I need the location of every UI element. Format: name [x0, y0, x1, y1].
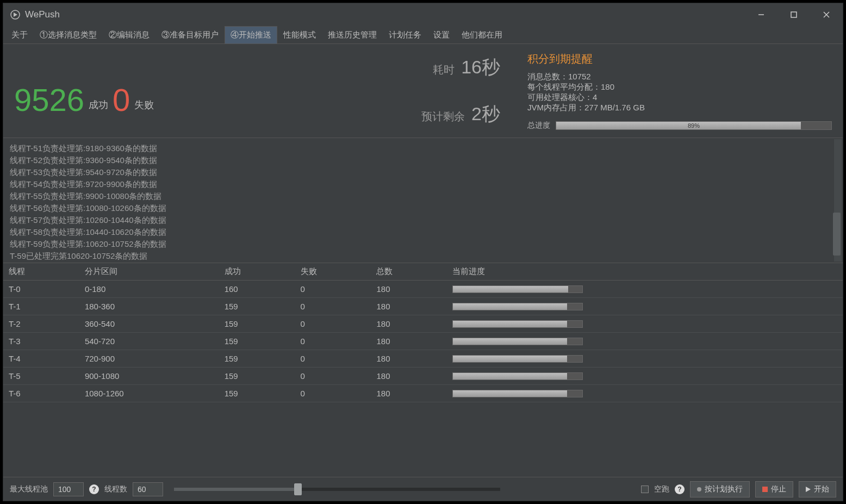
top-panel: 9526 成功 0 失败 耗时 16秒 预计剩余 2秒 积分到期提醒 消息总数：… — [3, 44, 843, 138]
cell-success: 159 — [219, 298, 295, 315]
threads-label: 线程数 — [104, 484, 127, 494]
cell-thread: T-1 — [3, 298, 79, 315]
tab-bar: 关于①选择消息类型②编辑消息③准备目标用户④开始推送性能模式推送历史管理计划任务… — [3, 26, 843, 44]
fail-count: 0 — [113, 84, 130, 116]
tab-1[interactable]: ①选择消息类型 — [34, 26, 103, 43]
log-line: 线程T-58负责处理第:10440-10620条的数据 — [10, 226, 836, 238]
log-line: 线程T-56负责处理第:10080-10260条的数据 — [10, 202, 836, 214]
col-header-3[interactable]: 失败 — [295, 263, 371, 281]
thread-table-container[interactable]: 线程分片区间成功失败总数当前进度 T-00-1801600180T-1180-3… — [3, 263, 843, 477]
table-row[interactable]: T-4720-9001590180 — [3, 350, 843, 368]
slider-thumb[interactable] — [294, 483, 302, 495]
tab-4[interactable]: ④开始推送 — [225, 26, 277, 43]
svg-rect-3 — [791, 12, 797, 17]
log-panel[interactable]: 线程T-51负责处理第:9180-9360条的数据线程T-52负责处理第:936… — [3, 138, 843, 263]
tab-5[interactable]: 性能模式 — [277, 26, 322, 43]
max-pool-input[interactable] — [53, 482, 84, 496]
fail-label: 失败 — [134, 98, 154, 111]
max-pool-label: 最大线程池 — [10, 484, 48, 494]
cell-success: 160 — [219, 281, 295, 298]
info-line-0: 消息总数：10752 — [527, 72, 832, 82]
table-row[interactable]: T-61080-12601590180 — [3, 385, 843, 402]
cell-thread: T-5 — [3, 368, 79, 385]
threads-input[interactable] — [133, 482, 163, 496]
tab-7[interactable]: 计划任务 — [383, 26, 427, 43]
tab-2[interactable]: ②编辑消息 — [103, 26, 155, 43]
cell-success: 159 — [219, 315, 295, 333]
cell-progress — [447, 385, 843, 402]
row-progress-bar — [452, 320, 583, 328]
maximize-button[interactable] — [784, 7, 804, 22]
log-line: 线程T-59负责处理第:10620-10752条的数据 — [10, 238, 836, 250]
cell-total: 180 — [371, 298, 447, 315]
start-label: 开始 — [814, 484, 829, 494]
success-label: 成功 — [89, 98, 108, 111]
threads-slider[interactable] — [174, 488, 500, 491]
dry-run-help-icon[interactable]: ? — [675, 484, 685, 494]
minimize-button[interactable] — [751, 7, 771, 22]
row-progress-bar — [452, 372, 583, 380]
cell-thread: T-2 — [3, 315, 79, 333]
app-window: WePush 关于①选择消息类型②编辑消息③准备目标用户④开始推送性能模式推送历… — [3, 3, 843, 501]
cell-progress — [447, 350, 843, 368]
cell-progress — [447, 281, 843, 298]
tab-3[interactable]: ③准备目标用户 — [155, 26, 225, 43]
cell-thread: T-4 — [3, 350, 79, 368]
stop-icon — [762, 487, 768, 492]
svg-marker-1 — [14, 13, 17, 17]
remain-label: 预计剩余 — [421, 109, 465, 124]
log-line: 线程T-54负责处理第:9720-9900条的数据 — [10, 178, 836, 190]
log-line: 线程T-52负责处理第:9360-9540条的数据 — [10, 154, 836, 166]
cell-progress — [447, 298, 843, 315]
start-button[interactable]: 开始 — [799, 481, 836, 497]
col-header-0[interactable]: 线程 — [3, 263, 79, 281]
log-scroll-thumb[interactable] — [833, 213, 841, 256]
table-row[interactable]: T-1180-3601590180 — [3, 298, 843, 315]
success-count: 9526 — [14, 84, 84, 116]
stop-button[interactable]: 停止 — [755, 481, 793, 497]
total-progress-label: 总进度 — [527, 121, 550, 130]
stats-success-fail: 9526 成功 0 失败 — [3, 44, 188, 138]
tab-9[interactable]: 他们都在用 — [456, 26, 508, 43]
elapsed-value: 16秒 — [461, 55, 500, 80]
row-progress-bar — [452, 285, 583, 293]
cell-progress — [447, 368, 843, 385]
cell-progress — [447, 315, 843, 333]
log-line: 线程T-55负责处理第:9900-10080条的数据 — [10, 190, 836, 202]
table-row[interactable]: T-3540-7201590180 — [3, 333, 843, 350]
stats-timing: 耗时 16秒 预计剩余 2秒 — [188, 44, 517, 138]
tab-6[interactable]: 推送历史管理 — [322, 26, 383, 43]
close-button[interactable] — [817, 7, 836, 22]
tab-8[interactable]: 设置 — [427, 26, 456, 43]
cell-range: 540-720 — [79, 333, 219, 350]
bullet-icon — [697, 487, 701, 491]
table-row[interactable]: T-2360-5401590180 — [3, 315, 843, 333]
cell-success: 159 — [219, 368, 295, 385]
task-title: 积分到期提醒 — [527, 52, 832, 66]
table-row[interactable]: T-00-1801600180 — [3, 281, 843, 298]
table-row[interactable]: T-5900-10801590180 — [3, 368, 843, 385]
col-header-2[interactable]: 成功 — [219, 263, 295, 281]
col-header-1[interactable]: 分片区间 — [79, 263, 219, 281]
dry-run-checkbox[interactable] — [641, 486, 649, 493]
info-line-2: 可用处理器核心：4 — [527, 92, 832, 103]
cell-total: 180 — [371, 385, 447, 402]
row-progress-bar — [452, 390, 583, 397]
cell-total: 180 — [371, 350, 447, 368]
cell-fail: 0 — [295, 298, 371, 315]
max-pool-help-icon[interactable]: ? — [89, 484, 99, 494]
info-line-1: 每个线程平均分配：180 — [527, 82, 832, 92]
col-header-5[interactable]: 当前进度 — [447, 263, 843, 281]
cell-fail: 0 — [295, 368, 371, 385]
app-title: WePush — [25, 9, 60, 20]
cell-range: 360-540 — [79, 315, 219, 333]
elapsed-label: 耗时 — [433, 63, 455, 77]
tab-0[interactable]: 关于 — [5, 26, 34, 43]
scheduled-run-button[interactable]: 按计划执行 — [690, 481, 750, 497]
log-scrollbar[interactable] — [834, 139, 842, 262]
row-progress-bar — [452, 338, 583, 345]
col-header-4[interactable]: 总数 — [371, 263, 447, 281]
info-line-3: JVM内存占用：277 MB/1.76 GB — [527, 103, 832, 113]
cell-range: 180-360 — [79, 298, 219, 315]
log-line: 线程T-57负责处理第:10260-10440条的数据 — [10, 214, 836, 226]
